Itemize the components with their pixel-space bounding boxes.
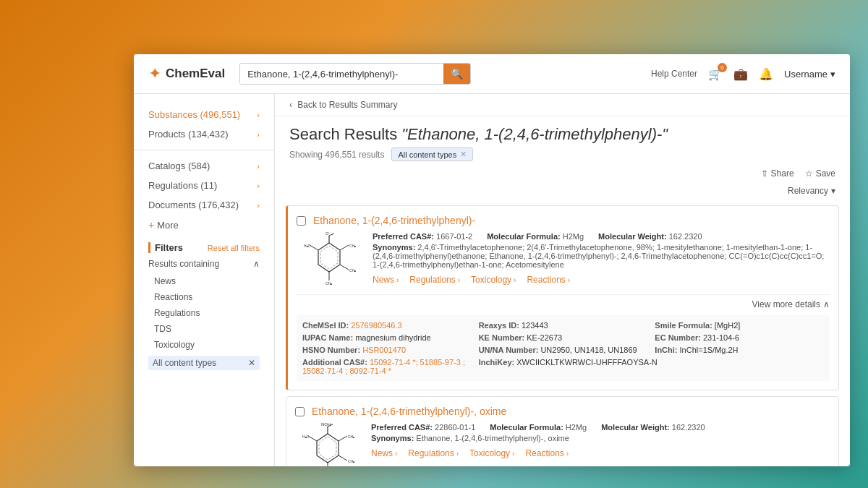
filters-header: Filters Reset all filters — [148, 242, 260, 253]
chevron-down-icon: ▾ — [831, 186, 835, 196]
chevron-right-icon: › — [257, 181, 260, 190]
svg-line-18 — [339, 436, 347, 441]
result-title[interactable]: Ethanone, 1-(2,4,6-trimethylphenyl)- — [313, 215, 475, 226]
chevron-right-icon: › — [257, 201, 260, 210]
briefcase-icon[interactable]: 💼 — [733, 67, 748, 81]
result-checkbox[interactable] — [297, 216, 306, 226]
iupac-name: IUPAC Name: magnesium dihydride — [302, 333, 472, 342]
search-input[interactable] — [240, 64, 443, 84]
bell-icon[interactable]: 🔔 — [759, 67, 773, 81]
inchikey: InchiKey: XWCIICKLTKWRWCI-UHFFFAOYSA-N — [479, 358, 824, 375]
filter-toxicology[interactable]: Toxicology — [148, 337, 260, 353]
result-tags: News › Regulations › Toxicology › Reacti… — [373, 275, 830, 285]
filter-tds[interactable]: TDS — [148, 321, 260, 337]
svg-line-20 — [339, 455, 347, 461]
tag-reactions[interactable]: Reactions › — [527, 275, 570, 285]
result-title[interactable]: Ethanone, 1-(2,4,6-trimethylphenyl)-, ox… — [312, 406, 506, 417]
molecule-svg: O CH₃ CH₃ CH₃ H₃C — [297, 232, 362, 290]
share-icon: ⇧ — [761, 168, 768, 179]
cart-badge: 0 — [718, 63, 727, 72]
chevron-right-icon: › — [257, 130, 260, 139]
svg-text:H₃C: H₃C — [304, 244, 311, 248]
molecular-weight-label: Molecular Weight: 162.2320 — [601, 423, 705, 432]
logo-icon: ✦ — [148, 64, 161, 83]
detail-grid: CheMSel ID: 2576980546.3 Reaxys ID: 1234… — [297, 315, 830, 381]
result-body: O CH₃ CH₃ CH₃ H₃C Pref — [297, 232, 830, 290]
reaxys-id: Reaxys ID: 123443 — [479, 321, 648, 330]
sidebar-item-documents[interactable]: Documents (176,432) › — [134, 195, 274, 215]
result-info-row1: Preferred CAS#: 1667-01-2 Molecular Form… — [373, 232, 830, 241]
content-type-filter-tag[interactable]: All content types ✕ — [391, 147, 473, 161]
result-card-header: Ethanone, 1-(2,4,6-trimethylphenyl)-, ox… — [295, 406, 830, 417]
tag-regulations[interactable]: Regulations › — [409, 275, 460, 285]
filter-news[interactable]: News — [148, 273, 260, 289]
svg-text:CH₃: CH₃ — [348, 435, 354, 439]
sidebar-item-substances[interactable]: Substances (496,551) › — [134, 105, 274, 124]
filter-regulations[interactable]: Regulations — [148, 305, 260, 321]
search-button[interactable]: 🔍 — [443, 64, 470, 84]
svg-line-7 — [340, 265, 349, 270]
molecular-formula-label: Molecular Formula: H2Mg — [490, 423, 587, 432]
result-tags: News › Regulations › Toxicology › Reacti… — [371, 448, 830, 458]
close-filter-icon[interactable]: ✕ — [460, 150, 467, 159]
molecule-image: NOH CH₃ CH₃ CH₃ H₃C — [295, 423, 360, 466]
filters-section: Filters Reset all filters Results contai… — [134, 235, 274, 377]
share-button[interactable]: ⇧ Share — [761, 168, 794, 179]
tag-toxicology[interactable]: Toxicology › — [471, 275, 516, 285]
result-checkbox[interactable] — [295, 407, 305, 416]
view-more-button[interactable]: View more details ∧ — [297, 294, 830, 309]
username-menu[interactable]: Username ▾ — [784, 69, 835, 80]
svg-line-11 — [310, 245, 318, 250]
reset-all-button[interactable]: Reset all filters — [208, 244, 260, 252]
star-icon: ☆ — [805, 168, 813, 179]
tag-reactions[interactable]: Reactions › — [525, 448, 569, 458]
results-containing-toggle[interactable]: Results containing ∧ — [148, 259, 260, 269]
result-info: Preferred CAS#: 1667-01-2 Molecular Form… — [373, 232, 830, 290]
sidebar-item-products[interactable]: Products (134,432) › — [134, 124, 274, 144]
smile-formula: Smile Formula: [MgH2] — [655, 321, 824, 330]
result-card: Ethanone, 1-(2,4,6-trimethylphenyl)-, ox… — [286, 396, 839, 466]
sidebar-item-catalogs[interactable]: Catalogs (584) › — [134, 156, 274, 176]
tag-toxicology[interactable]: Toxicology › — [469, 448, 514, 458]
close-icon[interactable]: ✕ — [248, 358, 255, 368]
plus-icon: + — [148, 219, 154, 231]
chevron-right-icon: › — [257, 162, 260, 171]
svg-text:CH₃: CH₃ — [349, 244, 356, 248]
cart-icon[interactable]: 🛒 0 — [708, 67, 723, 81]
sort-button[interactable]: Relevancy ▾ — [788, 186, 835, 196]
save-button[interactable]: ☆ Save — [805, 168, 835, 179]
preferred-cas-label: Preferred CAS#: 1667-01-2 — [373, 232, 472, 241]
svg-line-5 — [340, 245, 349, 250]
sidebar-item-regulations[interactable]: Regulations (11) › — [134, 176, 274, 195]
sidebar: Substances (496,551) › Products (134,432… — [134, 94, 275, 466]
tag-regulations[interactable]: Regulations › — [408, 448, 459, 458]
svg-text:CH₃: CH₃ — [349, 268, 356, 273]
logo: ✦ ChemEval — [148, 64, 225, 83]
sort-bar: Relevancy ▾ — [275, 182, 850, 200]
synonyms: Synonyms: 2,4,6'-Trimethylacetophenone; … — [373, 243, 830, 269]
sidebar-more-button[interactable]: + More — [134, 215, 274, 235]
sidebar-divider — [134, 150, 274, 150]
body: Substances (496,551) › Products (134,432… — [134, 94, 850, 466]
molecule-image: O CH₃ CH₃ CH₃ H₃C — [297, 232, 362, 290]
result-body: NOH CH₃ CH₃ CH₃ H₃C Pr — [295, 423, 830, 466]
inchi: InChi: InChl=1S/Mg.2H — [655, 346, 824, 354]
molecular-weight-label: Molecular Weight: 162.2320 — [598, 232, 702, 241]
filters-title: Filters — [148, 242, 183, 253]
filter-reactions[interactable]: Reactions — [148, 289, 260, 305]
tag-news[interactable]: News › — [371, 448, 397, 458]
chevron-up-icon: ∧ — [823, 299, 830, 309]
help-center-link[interactable]: Help Center — [651, 69, 697, 79]
filter-all-content-types[interactable]: All content types ✕ — [148, 356, 260, 370]
result-info: Preferred CAS#: 22860-01-1 Molecular For… — [371, 423, 830, 466]
svg-text:O: O — [326, 232, 329, 236]
svg-text:CH₃: CH₃ — [326, 281, 332, 286]
tag-news[interactable]: News › — [373, 275, 399, 285]
synonyms: Synonyms: Ethanone, 1-(2,4,6-trimethylph… — [371, 434, 830, 442]
search-results-header: Search Results "Ethanone, 1-(2,4,6-trime… — [275, 116, 850, 165]
chevron-up-icon: ∧ — [253, 259, 260, 269]
breadcrumb[interactable]: ‹ Back to Results Summary — [275, 94, 850, 116]
hsno-number: HSNO Number: HSR001470 — [302, 346, 472, 354]
svg-marker-13 — [317, 434, 339, 463]
svg-line-24 — [308, 436, 317, 441]
